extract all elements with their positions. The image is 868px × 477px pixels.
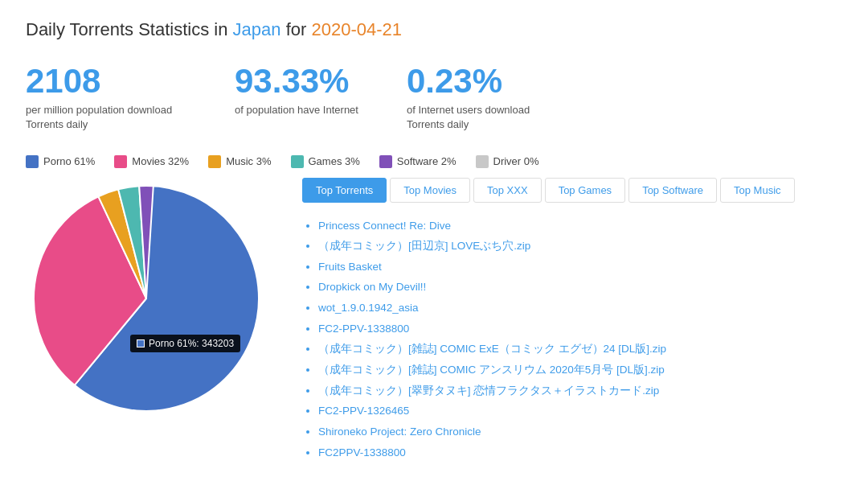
tab-top-games[interactable]: Top Games bbox=[545, 178, 625, 203]
legend-item-2: Music 3% bbox=[208, 155, 271, 168]
pie-tooltip: Porno 61%: 343203 bbox=[130, 335, 240, 352]
tab-top-movies[interactable]: Top Movies bbox=[390, 178, 470, 203]
tooltip-swatch bbox=[137, 339, 145, 347]
torrent-list: Princess Connect! Re: Dive（成年コミック）[田辺京] … bbox=[302, 216, 842, 463]
stat-block-2: 0.23% of Internet users download Torrent… bbox=[407, 63, 567, 133]
legend-swatch-4 bbox=[379, 155, 392, 168]
legend-label-0: Porno 61% bbox=[43, 155, 95, 167]
torrent-list-item[interactable]: （成年コミック）[田辺京] LOVEぶち穴.zip bbox=[318, 236, 842, 257]
torrent-list-item[interactable]: wot_1.9.0.1942_asia bbox=[318, 298, 842, 319]
stat-label-2: of Internet users download Torrents dail… bbox=[407, 103, 567, 132]
legend-label-1: Movies 32% bbox=[132, 155, 189, 167]
page-title: Daily Torrents Statistics in Japan for 2… bbox=[26, 19, 842, 40]
pie-svg bbox=[26, 178, 267, 419]
main-content: Porno 61%: 343203 Top TorrentsTop Movies… bbox=[26, 178, 842, 463]
legend-swatch-3 bbox=[291, 155, 304, 168]
torrent-list-item[interactable]: Shironeko Project: Zero Chronicle bbox=[318, 421, 842, 442]
stat-block-0: 2108 per million population download Tor… bbox=[26, 63, 186, 133]
stats-row: 2108 per million population download Tor… bbox=[26, 63, 842, 133]
pie-chart: Porno 61%: 343203 bbox=[26, 178, 267, 419]
stat-number-0: 2108 bbox=[26, 63, 186, 100]
tab-top-xxx[interactable]: Top XXX bbox=[473, 178, 542, 203]
legend-item-4: Software 2% bbox=[379, 155, 457, 168]
tab-bar: Top TorrentsTop MoviesTop XXXTop GamesTo… bbox=[302, 178, 842, 203]
torrent-list-item[interactable]: FC2-PPV-1326465 bbox=[318, 401, 842, 421]
legend-row: Porno 61% Movies 32% Music 3% Games 3% S… bbox=[26, 155, 842, 168]
stat-label-0: per million population download Torrents… bbox=[26, 103, 186, 132]
stat-label-1: of population have Internet bbox=[235, 103, 358, 117]
legend-label-5: Driver 0% bbox=[493, 155, 539, 167]
legend-label-2: Music 3% bbox=[226, 155, 271, 167]
torrent-list-item[interactable]: （成年コミック）[雑誌] COMIC アンスリウム 2020年5月号 [DL版]… bbox=[318, 360, 842, 380]
legend-item-5: Driver 0% bbox=[476, 155, 539, 168]
tab-top-music[interactable]: Top Music bbox=[720, 178, 795, 203]
legend-swatch-5 bbox=[476, 155, 489, 168]
torrent-list-item[interactable]: Princess Connect! Re: Dive bbox=[318, 216, 842, 236]
legend-item-1: Movies 32% bbox=[114, 155, 189, 168]
stat-number-2: 0.23% bbox=[407, 63, 567, 100]
torrent-list-item[interactable]: FC2PPV-1338800 bbox=[318, 442, 842, 463]
chart-area: Porno 61%: 343203 bbox=[26, 178, 283, 419]
torrent-list-item[interactable]: Fruits Basket bbox=[318, 257, 842, 278]
legend-swatch-0 bbox=[26, 155, 39, 168]
stat-block-1: 93.33% of population have Internet bbox=[235, 63, 358, 133]
legend-swatch-2 bbox=[208, 155, 221, 168]
legend-item-3: Games 3% bbox=[291, 155, 360, 168]
legend-label-4: Software 2% bbox=[397, 155, 457, 167]
torrent-list-item[interactable]: （成年コミック）[雑誌] COMIC ExE（コミック エグゼ）24 [DL版]… bbox=[318, 339, 842, 360]
tab-top-torrents[interactable]: Top Torrents bbox=[302, 178, 387, 203]
torrent-list-item[interactable]: FC2-PPV-1338800 bbox=[318, 319, 842, 339]
tooltip-text: Porno 61%: 343203 bbox=[149, 338, 234, 349]
legend-label-3: Games 3% bbox=[309, 155, 360, 167]
legend-swatch-1 bbox=[114, 155, 127, 168]
torrent-list-item[interactable]: Dropkick on My Devil!! bbox=[318, 277, 842, 298]
tab-top-software[interactable]: Top Software bbox=[628, 178, 717, 203]
legend-item-0: Porno 61% bbox=[26, 155, 95, 168]
torrent-list-item[interactable]: （成年コミック）[翠野タヌキ] 恋情フラクタス＋イラストカード.zip bbox=[318, 380, 842, 401]
stat-number-1: 93.33% bbox=[235, 63, 358, 100]
right-panel: Top TorrentsTop MoviesTop XXXTop GamesTo… bbox=[302, 178, 842, 463]
